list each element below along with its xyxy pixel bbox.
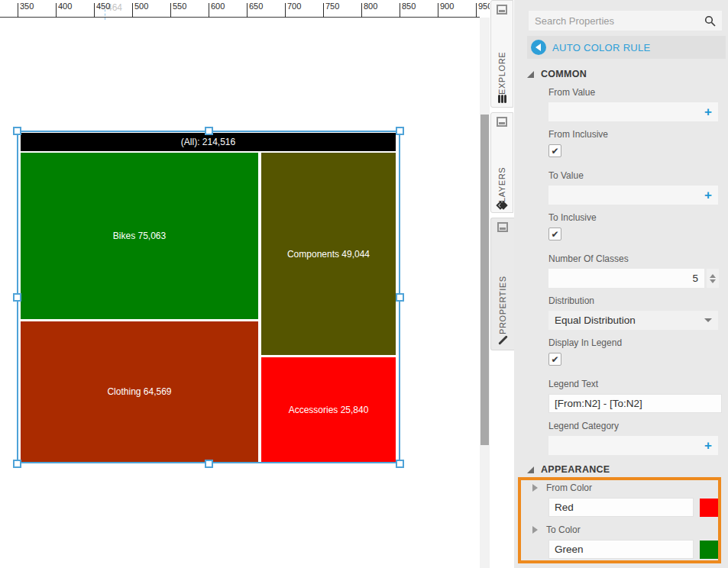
- from-color-value: Red: [555, 502, 574, 513]
- ruler-tick-label: 500: [134, 2, 148, 11]
- ruler-tick-label: 750: [325, 2, 339, 11]
- ruler-tick-label: 550: [173, 2, 186, 11]
- to-color-label: To Color: [546, 524, 581, 535]
- add-icon[interactable]: +: [704, 105, 712, 118]
- search-input[interactable]: [535, 15, 704, 27]
- section-appearance[interactable]: APPEARANCE: [527, 464, 728, 475]
- resize-handle-top-left[interactable]: [13, 127, 21, 135]
- to-color-expander-icon[interactable]: [532, 526, 538, 534]
- section-expanded-icon: [527, 71, 534, 78]
- from-value-field[interactable]: +: [548, 102, 718, 121]
- add-icon[interactable]: +: [704, 439, 712, 452]
- properties-panel: AUTO COLOR RULE COMMON From Value + From…: [514, 0, 728, 568]
- ruler-tick: [247, 3, 248, 18]
- ruler-tick-label: 850: [402, 2, 416, 11]
- dock-panel-icon: [497, 117, 507, 127]
- ruler-tick-label: 800: [364, 2, 377, 11]
- tab-explore[interactable]: EXPLORE: [490, 0, 513, 108]
- add-icon[interactable]: +: [704, 189, 712, 202]
- section-appearance-title: APPEARANCE: [541, 464, 610, 475]
- to-inclusive-checkbox[interactable]: ✔: [548, 228, 561, 240]
- ruler-tick: [209, 3, 209, 18]
- horizontal-ruler: 464 350400450500550600650700750800850900…: [0, 0, 480, 18]
- number-of-classes-value: 5: [692, 273, 698, 284]
- to-inclusive-label: To Inclusive: [548, 212, 728, 223]
- display-in-legend-label: Display In Legend: [548, 337, 728, 348]
- treemap-tile-label: Bikes 75,063: [113, 231, 166, 241]
- layers-icon: [497, 202, 506, 208]
- ruler-tick-label: 600: [211, 2, 225, 11]
- ruler-tick: [170, 3, 171, 18]
- from-color-label: From Color: [546, 482, 592, 493]
- tab-properties-label: PROPERTIES: [498, 232, 507, 334]
- section-common-title: COMMON: [541, 69, 587, 79]
- number-stepper[interactable]: [707, 269, 719, 288]
- ruler-tick-label: 650: [249, 2, 263, 11]
- resize-handle-middle-right[interactable]: [396, 293, 404, 302]
- from-inclusive-label: From Inclusive: [548, 129, 728, 140]
- breadcrumb-label: AUTO COLOR RULE: [552, 42, 651, 53]
- distribution-label: Distribution: [548, 295, 728, 306]
- display-in-legend-checkbox[interactable]: ✔: [548, 353, 561, 366]
- ruler-tick: [361, 3, 362, 18]
- check-icon: ✔: [551, 230, 558, 239]
- ruler-tick: [18, 3, 18, 18]
- resize-handle-bottom-center[interactable]: [205, 460, 213, 468]
- tab-layers-label: LAYERS: [497, 127, 506, 202]
- from-color-expander-icon[interactable]: [532, 484, 538, 492]
- scrollbar-thumb[interactable]: [480, 115, 489, 445]
- treemap-control[interactable]: (All): 214,516 Bikes 75,063 Components 4…: [21, 133, 396, 462]
- ruler-tick: [94, 3, 95, 18]
- treemap-tile-label: Components 49,044: [287, 249, 370, 260]
- to-color-value: Green: [555, 544, 584, 555]
- from-color-swatch[interactable]: [700, 499, 718, 517]
- resize-handle-middle-left[interactable]: [13, 293, 21, 302]
- treemap-tile-bikes[interactable]: Bikes 75,063: [21, 153, 258, 319]
- tab-layers[interactable]: LAYERS: [490, 112, 513, 213]
- number-of-classes-label: Number Of Classes: [548, 253, 728, 264]
- ruler-tick: [285, 3, 286, 18]
- section-expanded-icon: [527, 466, 534, 473]
- back-icon: [531, 40, 546, 55]
- resize-handle-top-center[interactable]: [205, 127, 213, 135]
- legend-text-input[interactable]: [548, 394, 722, 413]
- ruler-tick: [476, 3, 477, 18]
- tab-properties[interactable]: PROPERTIES: [490, 218, 514, 350]
- resize-handle-bottom-left[interactable]: [13, 460, 21, 468]
- to-color-input[interactable]: Green: [548, 540, 694, 559]
- pencil-icon: [498, 335, 508, 345]
- chevron-down-icon: [704, 318, 712, 322]
- check-icon: ✔: [551, 355, 558, 364]
- to-value-field[interactable]: +: [548, 186, 718, 205]
- to-color-swatch[interactable]: [700, 541, 718, 559]
- vertical-scrollbar[interactable]: [480, 18, 490, 568]
- section-common[interactable]: COMMON: [527, 69, 728, 79]
- number-of-classes-input[interactable]: 5: [548, 269, 704, 288]
- distribution-select[interactable]: Equal Distribution: [548, 311, 718, 330]
- resize-handle-top-right[interactable]: [396, 127, 404, 135]
- ruler-tick-label: 450: [96, 2, 110, 11]
- legend-category-field[interactable]: +: [548, 436, 718, 455]
- dock-panel-icon: [497, 222, 508, 232]
- search-properties-box[interactable]: [529, 11, 722, 31]
- treemap-tile-label: Clothing 64,569: [107, 386, 171, 397]
- database-icon: [498, 95, 506, 103]
- ruler-tick: [400, 3, 400, 18]
- ruler-tick-label: 350: [20, 2, 34, 11]
- treemap-tile-clothing[interactable]: Clothing 64,569: [21, 321, 258, 462]
- ruler-tick-label: 400: [58, 2, 72, 11]
- treemap-total-tile[interactable]: (All): 214,516: [21, 133, 396, 151]
- from-inclusive-checkbox[interactable]: ✔: [548, 144, 561, 157]
- treemap-total-label: (All): 214,516: [181, 137, 235, 147]
- resize-handle-bottom-right[interactable]: [396, 460, 404, 468]
- spin-down-icon[interactable]: [710, 279, 716, 283]
- treemap-tile-accessories[interactable]: Accessories 25,840: [261, 357, 396, 462]
- search-icon: [704, 15, 716, 27]
- dock-tab-strip: EXPLORE LAYERS PROPERTIES: [490, 0, 514, 568]
- tab-explore-label: EXPLORE: [497, 15, 506, 95]
- from-color-input[interactable]: Red: [548, 498, 694, 517]
- spin-up-icon[interactable]: [710, 274, 716, 278]
- treemap-tile-components[interactable]: Components 49,044: [261, 153, 396, 355]
- check-icon: ✔: [551, 147, 558, 156]
- breadcrumb-back-button[interactable]: AUTO COLOR RULE: [527, 36, 726, 59]
